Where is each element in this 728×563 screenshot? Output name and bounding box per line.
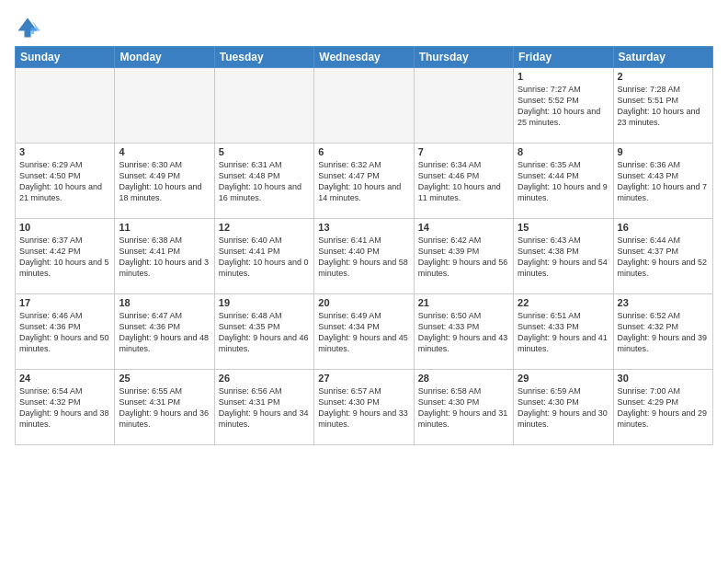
weekday-header-sunday: Sunday	[16, 47, 115, 68]
calendar-week-row: 24Sunrise: 6:54 AMSunset: 4:32 PMDayligh…	[16, 370, 713, 445]
day-info: Sunrise: 6:41 AMSunset: 4:40 PMDaylight:…	[318, 235, 409, 280]
day-info: Sunrise: 6:37 AMSunset: 4:42 PMDaylight:…	[19, 235, 110, 280]
calendar-cell: 18Sunrise: 6:47 AMSunset: 4:36 PMDayligh…	[115, 294, 214, 370]
calendar-week-row: 3Sunrise: 6:29 AMSunset: 4:50 PMDaylight…	[16, 144, 713, 219]
day-number: 9	[618, 146, 709, 157]
calendar-cell: 14Sunrise: 6:42 AMSunset: 4:39 PMDayligh…	[414, 219, 513, 294]
day-number: 12	[219, 222, 310, 233]
day-info: Sunrise: 6:47 AMSunset: 4:36 PMDaylight:…	[119, 310, 210, 355]
day-number: 19	[219, 297, 310, 308]
calendar-cell: 1Sunrise: 7:27 AMSunset: 5:52 PMDaylight…	[514, 68, 613, 144]
day-info: Sunrise: 7:27 AMSunset: 5:52 PMDaylight:…	[518, 84, 609, 129]
calendar-cell: 28Sunrise: 6:58 AMSunset: 4:30 PMDayligh…	[414, 370, 513, 445]
calendar-cell: 19Sunrise: 6:48 AMSunset: 4:35 PMDayligh…	[214, 294, 313, 370]
day-info: Sunrise: 6:54 AMSunset: 4:32 PMDaylight:…	[19, 385, 110, 431]
day-number: 15	[518, 222, 609, 233]
day-number: 21	[418, 297, 509, 308]
day-number: 13	[318, 222, 409, 233]
day-number: 27	[318, 373, 409, 384]
weekday-header-friday: Friday	[514, 47, 613, 68]
day-number: 11	[119, 222, 210, 233]
day-number: 5	[219, 146, 310, 157]
day-info: Sunrise: 6:35 AMSunset: 4:44 PMDaylight:…	[518, 159, 609, 204]
day-info: Sunrise: 7:28 AMSunset: 5:51 PMDaylight:…	[618, 84, 709, 129]
day-number: 2	[618, 71, 709, 82]
day-number: 24	[19, 373, 110, 384]
day-number: 25	[119, 373, 210, 384]
day-info: Sunrise: 6:31 AMSunset: 4:48 PMDaylight:…	[219, 159, 310, 204]
day-info: Sunrise: 6:36 AMSunset: 4:43 PMDaylight:…	[618, 159, 709, 204]
day-number: 6	[318, 146, 409, 157]
calendar-cell: 8Sunrise: 6:35 AMSunset: 4:44 PMDaylight…	[514, 144, 613, 219]
day-number: 3	[19, 146, 110, 157]
calendar-cell: 3Sunrise: 6:29 AMSunset: 4:50 PMDaylight…	[16, 144, 115, 219]
day-info: Sunrise: 6:56 AMSunset: 4:31 PMDaylight:…	[219, 385, 310, 431]
day-number: 17	[19, 297, 110, 308]
day-number: 16	[618, 222, 709, 233]
weekday-header-row: SundayMondayTuesdayWednesdayThursdayFrid…	[16, 47, 713, 68]
calendar-cell: 13Sunrise: 6:41 AMSunset: 4:40 PMDayligh…	[314, 219, 414, 294]
calendar-cell: 15Sunrise: 6:43 AMSunset: 4:38 PMDayligh…	[514, 219, 613, 294]
weekday-header-thursday: Thursday	[414, 47, 513, 68]
weekday-header-tuesday: Tuesday	[214, 47, 313, 68]
day-number: 1	[518, 71, 609, 82]
day-number: 30	[618, 373, 709, 384]
day-info: Sunrise: 6:57 AMSunset: 4:30 PMDaylight:…	[318, 385, 409, 431]
calendar-week-row: 17Sunrise: 6:46 AMSunset: 4:36 PMDayligh…	[16, 294, 713, 370]
header	[15, 11, 713, 40]
day-info: Sunrise: 6:42 AMSunset: 4:39 PMDaylight:…	[418, 235, 509, 280]
calendar-cell: 11Sunrise: 6:38 AMSunset: 4:41 PMDayligh…	[115, 219, 214, 294]
day-number: 22	[518, 297, 609, 308]
calendar-cell: 30Sunrise: 7:00 AMSunset: 4:29 PMDayligh…	[613, 370, 712, 445]
day-info: Sunrise: 6:30 AMSunset: 4:49 PMDaylight:…	[119, 159, 210, 204]
day-number: 18	[119, 297, 210, 308]
calendar-cell	[214, 68, 313, 144]
day-info: Sunrise: 6:48 AMSunset: 4:35 PMDaylight:…	[219, 310, 310, 355]
calendar-cell: 16Sunrise: 6:44 AMSunset: 4:37 PMDayligh…	[613, 219, 712, 294]
day-info: Sunrise: 6:55 AMSunset: 4:31 PMDaylight:…	[119, 385, 210, 431]
day-number: 8	[518, 146, 609, 157]
day-info: Sunrise: 7:00 AMSunset: 4:29 PMDaylight:…	[618, 385, 709, 431]
day-info: Sunrise: 6:52 AMSunset: 4:32 PMDaylight:…	[618, 310, 709, 355]
calendar-cell: 6Sunrise: 6:32 AMSunset: 4:47 PMDaylight…	[314, 144, 414, 219]
day-info: Sunrise: 6:46 AMSunset: 4:36 PMDaylight:…	[19, 310, 110, 355]
day-number: 10	[19, 222, 110, 233]
calendar-cell: 29Sunrise: 6:59 AMSunset: 4:30 PMDayligh…	[514, 370, 613, 445]
calendar-cell	[16, 68, 115, 144]
calendar-table: SundayMondayTuesdayWednesdayThursdayFrid…	[15, 46, 713, 445]
day-info: Sunrise: 6:49 AMSunset: 4:34 PMDaylight:…	[318, 310, 409, 355]
day-number: 23	[618, 297, 709, 308]
calendar-cell: 4Sunrise: 6:30 AMSunset: 4:49 PMDaylight…	[115, 144, 214, 219]
day-number: 26	[219, 373, 310, 384]
logo	[15, 15, 44, 40]
calendar-cell: 27Sunrise: 6:57 AMSunset: 4:30 PMDayligh…	[314, 370, 414, 445]
calendar-cell	[115, 68, 214, 144]
calendar-cell: 10Sunrise: 6:37 AMSunset: 4:42 PMDayligh…	[16, 219, 115, 294]
logo-icon	[15, 15, 40, 40]
day-number: 4	[119, 146, 210, 157]
calendar-cell: 26Sunrise: 6:56 AMSunset: 4:31 PMDayligh…	[214, 370, 313, 445]
calendar-cell: 22Sunrise: 6:51 AMSunset: 4:33 PMDayligh…	[514, 294, 613, 370]
calendar-cell: 17Sunrise: 6:46 AMSunset: 4:36 PMDayligh…	[16, 294, 115, 370]
calendar-cell	[414, 68, 513, 144]
calendar-cell	[314, 68, 414, 144]
weekday-header-monday: Monday	[115, 47, 214, 68]
day-info: Sunrise: 6:29 AMSunset: 4:50 PMDaylight:…	[19, 159, 110, 204]
day-info: Sunrise: 6:38 AMSunset: 4:41 PMDaylight:…	[119, 235, 210, 280]
day-number: 14	[418, 222, 509, 233]
calendar-week-row: 10Sunrise: 6:37 AMSunset: 4:42 PMDayligh…	[16, 219, 713, 294]
calendar-cell: 2Sunrise: 7:28 AMSunset: 5:51 PMDaylight…	[613, 68, 712, 144]
calendar-week-row: 1Sunrise: 7:27 AMSunset: 5:52 PMDaylight…	[16, 68, 713, 144]
calendar-cell: 20Sunrise: 6:49 AMSunset: 4:34 PMDayligh…	[314, 294, 414, 370]
calendar-cell: 5Sunrise: 6:31 AMSunset: 4:48 PMDaylight…	[214, 144, 313, 219]
day-number: 7	[418, 146, 509, 157]
calendar-cell: 12Sunrise: 6:40 AMSunset: 4:41 PMDayligh…	[214, 219, 313, 294]
calendar-cell: 7Sunrise: 6:34 AMSunset: 4:46 PMDaylight…	[414, 144, 513, 219]
main-container: SundayMondayTuesdayWednesdayThursdayFrid…	[0, 0, 728, 563]
svg-marker-1	[31, 21, 41, 34]
day-info: Sunrise: 6:32 AMSunset: 4:47 PMDaylight:…	[318, 159, 409, 204]
day-info: Sunrise: 6:59 AMSunset: 4:30 PMDaylight:…	[518, 385, 609, 431]
calendar-cell: 24Sunrise: 6:54 AMSunset: 4:32 PMDayligh…	[16, 370, 115, 445]
day-info: Sunrise: 6:34 AMSunset: 4:46 PMDaylight:…	[418, 159, 509, 204]
day-info: Sunrise: 6:44 AMSunset: 4:37 PMDaylight:…	[618, 235, 709, 280]
